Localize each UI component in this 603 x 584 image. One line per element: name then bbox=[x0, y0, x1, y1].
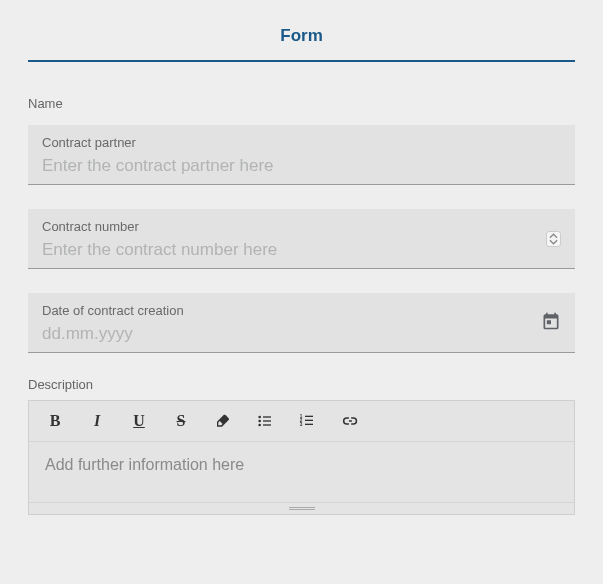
svg-point-2 bbox=[258, 424, 261, 427]
calendar-icon[interactable] bbox=[541, 311, 561, 335]
contract-partner-input[interactable] bbox=[42, 152, 561, 182]
svg-rect-10 bbox=[305, 420, 313, 421]
rte-erase-button[interactable] bbox=[213, 411, 233, 431]
svg-text:3: 3 bbox=[300, 422, 303, 427]
svg-point-0 bbox=[258, 416, 261, 419]
svg-rect-5 bbox=[263, 424, 271, 425]
contract-date-input[interactable] bbox=[42, 320, 561, 350]
svg-point-1 bbox=[258, 420, 261, 423]
link-icon bbox=[340, 412, 358, 430]
page-title: Form bbox=[28, 26, 575, 46]
svg-rect-3 bbox=[263, 416, 271, 417]
list-ul-icon bbox=[257, 413, 273, 429]
rte-underline-button[interactable]: U bbox=[129, 411, 149, 431]
rte-strike-button[interactable]: S bbox=[171, 411, 191, 431]
rte-toolbar: B I U S 123 bbox=[29, 401, 574, 442]
svg-rect-4 bbox=[263, 420, 271, 421]
field-label-contract-date: Date of contract creation bbox=[42, 303, 561, 318]
field-contract-partner[interactable]: Contract partner bbox=[28, 125, 575, 185]
page-header: Form bbox=[28, 26, 575, 62]
rte-italic-button[interactable]: I bbox=[87, 411, 107, 431]
rte-link-button[interactable] bbox=[339, 411, 359, 431]
field-contract-date[interactable]: Date of contract creation bbox=[28, 293, 575, 353]
list-ol-icon: 123 bbox=[299, 413, 315, 429]
rte-ul-button[interactable] bbox=[255, 411, 275, 431]
grip-icon bbox=[289, 507, 315, 510]
field-label-contract-number: Contract number bbox=[42, 219, 561, 234]
section-label-description: Description bbox=[28, 377, 575, 392]
svg-rect-9 bbox=[305, 416, 313, 417]
rte-resize-handle[interactable] bbox=[29, 502, 574, 514]
section-label-name: Name bbox=[28, 96, 575, 111]
field-label-contract-partner: Contract partner bbox=[42, 135, 561, 150]
rte-body[interactable]: Add further information here bbox=[29, 442, 574, 502]
number-stepper-icon[interactable] bbox=[546, 231, 561, 247]
contract-number-input[interactable] bbox=[42, 236, 561, 266]
rte-bold-button[interactable]: B bbox=[45, 411, 65, 431]
svg-rect-11 bbox=[305, 424, 313, 425]
eraser-icon bbox=[215, 413, 231, 429]
rich-text-editor: B I U S 123 Add further information here bbox=[28, 400, 575, 515]
field-contract-number[interactable]: Contract number bbox=[28, 209, 575, 269]
rte-ol-button[interactable]: 123 bbox=[297, 411, 317, 431]
